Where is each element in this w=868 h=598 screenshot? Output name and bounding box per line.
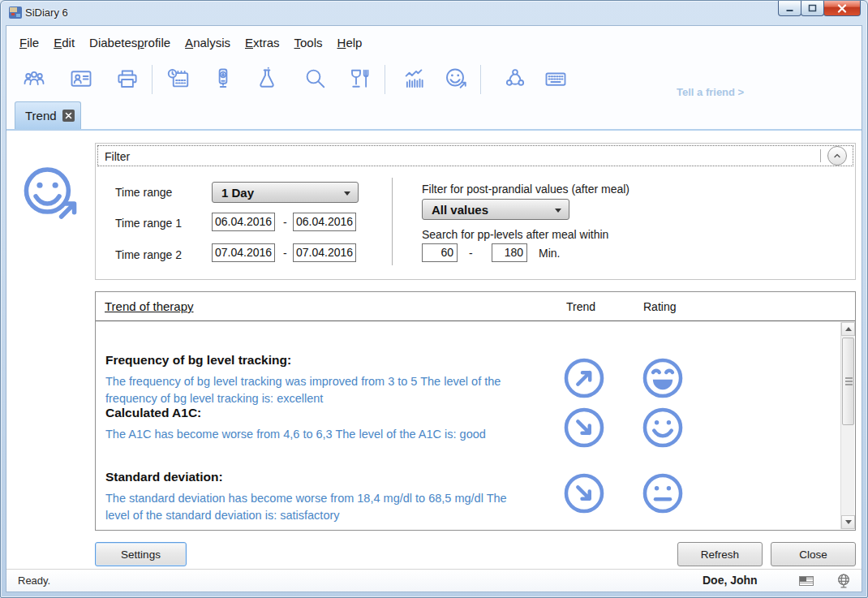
current-user: Doe, John: [703, 574, 758, 587]
filter-vertical-divider: [392, 178, 393, 265]
flask-icon[interactable]: [255, 67, 279, 91]
row-title: Frequency of bg level tracking:: [105, 353, 840, 368]
menu-file[interactable]: File: [19, 36, 39, 49]
trend-smiley-icon-large: [18, 162, 81, 226]
time-range-value: 1 Day: [221, 186, 254, 200]
trend-smiley-icon[interactable]: [444, 67, 468, 91]
row-description: The A1C has become worse from 4,6 to 6,3…: [105, 426, 529, 443]
status-message: Ready.: [18, 574, 50, 587]
maximize-button[interactable]: [801, 1, 824, 16]
app-window: SiDiary 6 File Edit Diabetesprofile Anal…: [0, 0, 868, 598]
toolbar-separator: [480, 65, 481, 94]
tab-bar: Trend: [6, 101, 862, 129]
range-dash: -: [283, 247, 287, 260]
time-range-dropdown[interactable]: 1 Day: [212, 182, 359, 203]
globe-icon[interactable]: [836, 573, 852, 589]
trend-of-therapy-section: Trend of therapy Trend Rating Frequency …: [95, 291, 856, 531]
rating-laughing-smiley-icon: [641, 356, 685, 400]
app-client-area: File Edit Diabetesprofile Analysis Extra…: [6, 25, 862, 592]
tab-trend[interactable]: Trend: [15, 101, 81, 129]
trend-row-frequency: Frequency of bg level tracking: The freq…: [105, 353, 840, 407]
trend-down-right-arrow-icon: [562, 406, 606, 450]
rating-smiling-smiley-icon: [641, 406, 685, 450]
titlebar: SiDiary 6: [1, 1, 867, 25]
contact-card-icon[interactable]: [69, 67, 93, 91]
range2-to-input[interactable]: 07.04.2016: [293, 243, 356, 262]
trend-up-right-arrow-icon: [562, 356, 606, 400]
pp-search-label: Search for pp-levels after meal within: [422, 228, 608, 241]
time-range-1-label: Time range 1: [115, 217, 182, 230]
time-range-label: Time range: [115, 186, 172, 199]
trend-row-a1c: Calculated A1C: The A1C has become worse…: [105, 406, 840, 443]
trend-list: Frequency of bg level tracking: The freq…: [96, 322, 840, 530]
tab-trend-label: Trend: [25, 109, 57, 123]
thumb-grip: [845, 377, 853, 379]
glucose-meter-icon[interactable]: [211, 67, 235, 91]
collapse-panel-button[interactable]: [827, 146, 847, 166]
row-title: Post-prandial blood sugar:: [105, 527, 840, 530]
minimize-button[interactable]: [778, 1, 801, 16]
filter-panel: Filter Time range 1 Day Time range 1 06.…: [95, 143, 856, 280]
calendar-clock-icon[interactable]: [166, 67, 191, 91]
users-icon[interactable]: [22, 67, 46, 91]
trend-section-header: Trend of therapy Trend Rating: [96, 292, 855, 321]
column-header-rating: Rating: [643, 300, 676, 313]
filter-panel-header: Filter: [96, 144, 855, 168]
settings-button[interactable]: Settings: [95, 542, 187, 566]
tab-close-icon[interactable]: [62, 110, 75, 122]
menu-extras[interactable]: Extras: [245, 36, 280, 49]
range-dash: -: [469, 247, 473, 260]
trend-down-right-arrow-icon: [562, 471, 606, 515]
pp-min-input[interactable]: 60: [422, 243, 458, 262]
menu-help[interactable]: Help: [337, 36, 363, 49]
scroll-up-button[interactable]: [841, 322, 855, 336]
statistics-icon[interactable]: [402, 67, 426, 91]
row-description: The frequency of bg level tracking was i…: [105, 373, 529, 407]
close-button[interactable]: [823, 1, 861, 16]
share-icon[interactable]: [503, 67, 527, 91]
menu-diabetesprofile[interactable]: Diabetesprofile: [89, 36, 170, 49]
pp-max-input[interactable]: 180: [492, 243, 527, 262]
triangle-up-icon: [845, 327, 852, 331]
content-area: Filter Time range 1 Day Time range 1 06.…: [6, 129, 862, 569]
menu-edit[interactable]: Edit: [54, 36, 75, 49]
rating-neutral-smiley-icon: [641, 471, 685, 515]
scroll-down-button[interactable]: [841, 515, 855, 529]
row-title: Calculated A1C:: [105, 406, 840, 420]
menu-analysis[interactable]: Analysis: [185, 36, 230, 49]
trend-row-post-prandial: Post-prandial blood sugar:: [105, 527, 840, 530]
triangle-down-icon: [845, 520, 852, 524]
column-header-trend: Trend: [566, 300, 595, 313]
toolbar-separator: [152, 65, 153, 94]
pp-unit-label: Min.: [539, 247, 560, 260]
range-dash: -: [283, 216, 287, 229]
printer-icon[interactable]: [115, 67, 140, 91]
sidiary-app-icon: [8, 6, 23, 19]
close-dialog-button[interactable]: Close: [771, 542, 856, 566]
pp-filter-value: All values: [432, 203, 488, 217]
us-flag-icon[interactable]: [799, 576, 814, 586]
window-title: SiDiary 6: [25, 6, 68, 19]
scrollbar-thumb[interactable]: [842, 338, 854, 425]
vertical-scrollbar[interactable]: [840, 322, 854, 529]
search-icon[interactable]: [303, 67, 328, 91]
range1-to-input[interactable]: 06.04.2016: [293, 213, 356, 231]
range1-from-input[interactable]: 06.04.2016: [212, 213, 275, 231]
status-bar: Ready. Doe, John: [6, 569, 862, 592]
row-description: The standard deviation has become worse …: [105, 490, 529, 524]
toolbar-separator: [385, 65, 385, 94]
pp-filter-label: Filter for post-prandial values (after m…: [422, 183, 630, 196]
tell-a-friend-link[interactable]: Tell a friend >: [677, 86, 744, 98]
pp-filter-dropdown[interactable]: All values: [422, 199, 569, 220]
trend-row-standard-deviation: Standard deviation: The standard deviati…: [105, 470, 840, 524]
filter-title: Filter: [105, 150, 130, 163]
row-title: Standard deviation:: [105, 470, 840, 484]
food-icon[interactable]: [347, 67, 372, 91]
chevron-down-icon: [555, 209, 561, 213]
menu-tools[interactable]: Tools: [294, 36, 323, 49]
range2-from-input[interactable]: 07.04.2016: [212, 243, 275, 262]
keyboard-icon[interactable]: [544, 67, 568, 91]
refresh-button[interactable]: Refresh: [677, 542, 763, 566]
time-range-2-label: Time range 2: [115, 248, 182, 261]
chevron-down-icon: [344, 191, 350, 196]
